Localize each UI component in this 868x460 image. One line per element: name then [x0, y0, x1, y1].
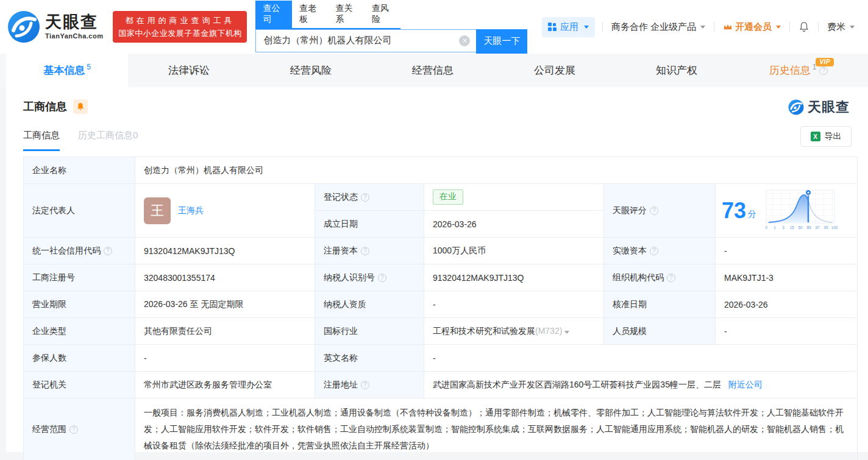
vip-badge: VIP: [816, 58, 834, 66]
logo-name: 天眼查: [45, 14, 103, 30]
svg-text:0: 0: [765, 225, 767, 230]
menu-divider: [714, 22, 714, 32]
apps-grid-icon: [548, 23, 557, 31]
help-icon[interactable]: [104, 247, 112, 255]
company-nav-tabs: 基本信息 5 法律诉讼 经营风险 经营信息 公司发展 知识产权 VIP 历史信息…: [0, 54, 868, 87]
chevron-down-icon: [850, 26, 855, 29]
section-title: 工商信息: [23, 99, 67, 114]
approval-date-label: 核准日期: [604, 291, 716, 318]
search-button[interactable]: 天眼一下: [476, 29, 527, 54]
industry-cell: 工程和技术研究和试验发展(M732): [424, 318, 604, 345]
tab-history-info[interactable]: VIP 历史信息 1: [738, 54, 859, 87]
svg-text:97: 97: [815, 225, 820, 230]
business-info-card: 工商信息 天眼查 工商信息 历史工商信息0 导出: [6, 87, 868, 452]
reg-address-value: 武进国家高新技术产业开发区西湖路160号工研荟科技产业园35幢一层、二层: [433, 380, 721, 389]
english-name-label: 英文名称: [315, 345, 424, 372]
help-icon[interactable]: [650, 247, 658, 255]
tianyancha-logo-icon: [788, 99, 804, 115]
legal-rep-label: 法定代表人: [24, 184, 135, 238]
org-code-label: 组织机构代码: [604, 264, 716, 291]
svg-text:1: 1: [774, 225, 776, 230]
chevron-down-icon: [584, 26, 589, 29]
search-tab-company[interactable]: 查公司: [255, 1, 292, 28]
table-row: 统一社会信用代码 91320412MAK9JTJ13Q 注册资本 1000万人民…: [24, 238, 858, 264]
chevron-down-icon: [700, 26, 705, 29]
subtab-current-info[interactable]: 工商信息: [23, 130, 60, 151]
reg-address-label: 注册地址: [315, 372, 424, 398]
tab-operating-info[interactable]: 经营信息: [372, 54, 494, 87]
status-badge: 在业: [433, 189, 463, 205]
tab-intellectual-property[interactable]: 知识产权: [616, 54, 738, 87]
open-vip-menu[interactable]: 开通会员: [723, 21, 781, 33]
legal-rep-cell: 王 王海兵: [135, 184, 315, 238]
business-term-label: 营业期限: [24, 291, 135, 318]
logo-domain: TianYanCha.com: [45, 32, 103, 40]
help-icon[interactable]: [361, 247, 369, 255]
username: 费米: [827, 21, 845, 33]
reg-authority-label: 登记机关: [24, 372, 135, 398]
table-row: 参保人数 - 英文名称 -: [24, 345, 858, 372]
bell-icon: [799, 21, 809, 32]
reg-capital-label: 注册资本: [315, 238, 424, 264]
table-row: 企业名称 创造力（常州）机器人有限公司: [24, 157, 858, 184]
business-cooperation-link[interactable]: 商务合作: [611, 21, 648, 33]
search-tabs: 查公司 查老板 查关系 查风险: [255, 1, 400, 29]
tab-company-development[interactable]: 公司发展: [494, 54, 616, 87]
insured-count-label: 参保人数: [24, 345, 135, 372]
search-tab-boss[interactable]: 查老板: [292, 1, 329, 28]
reg-address-cell: 武进国家高新技术产业开发区西湖路160号工研荟科技产业园35幢一层、二层 附近公…: [424, 372, 858, 398]
top-header: 天眼查 TianYanCha.com 都在用的商业查询工具 国家中小企业发展子基…: [0, 0, 868, 54]
tab-basic-info[interactable]: 基本信息 5: [6, 54, 128, 87]
svg-text:50: 50: [798, 225, 803, 230]
notifications-button[interactable]: [799, 21, 809, 32]
table-row: 营业期限 2026-03-26 至 无固定期限 纳税人资质 - 核准日期 202…: [24, 291, 858, 318]
apps-menu[interactable]: 应用: [542, 17, 595, 37]
avatar: 王: [144, 197, 171, 224]
user-account-menu[interactable]: 费米: [827, 21, 855, 33]
legal-rep-link[interactable]: 王海兵: [178, 205, 204, 216]
search-tab-relation[interactable]: 查关系: [328, 1, 365, 28]
tab-legal-proceedings[interactable]: 法律诉讼: [128, 54, 250, 87]
industry-label: 国标行业: [315, 318, 424, 345]
paid-capital-label: 实缴资本: [604, 238, 716, 264]
bell-icon: [76, 102, 85, 111]
subscribe-alert-button[interactable]: [73, 99, 88, 114]
tianyancha-logo[interactable]: 天眼查 TianYanCha.com: [7, 10, 103, 43]
tab-operating-risk[interactable]: 经营风险: [250, 54, 372, 87]
business-info-subtabs: 工商信息 历史工商信息0: [23, 130, 138, 151]
table-row: 企业类型 其他有限责任公司 国标行业 工程和技术研究和试验发展(M732) 人员…: [24, 318, 858, 345]
industry-code: (M732): [535, 326, 562, 336]
tianyancha-watermark: 天眼查: [788, 98, 850, 116]
menu-divider: [789, 22, 790, 32]
help-icon[interactable]: [819, 66, 828, 75]
reg-capital-value: 1000万人民币: [424, 238, 604, 264]
chevron-down-icon[interactable]: [564, 331, 569, 334]
enterprise-products-menu[interactable]: 企业级产品: [650, 21, 705, 33]
staff-size-label: 人员规模: [604, 318, 716, 345]
insured-count-value: -: [135, 345, 315, 372]
english-name-value: -: [424, 345, 858, 372]
help-icon[interactable]: [361, 193, 369, 202]
search-area: 查公司 查老板 查关系 查风险 天眼一下: [255, 1, 527, 54]
clear-search-icon[interactable]: [459, 35, 470, 46]
help-icon[interactable]: [378, 274, 386, 282]
help-icon[interactable]: [69, 425, 78, 434]
score-unit: 分: [748, 209, 756, 220]
tab-count: 1: [813, 63, 817, 71]
nearby-companies-link[interactable]: 附近公司: [728, 380, 763, 389]
menu-divider: [602, 22, 603, 32]
help-icon[interactable]: [667, 274, 675, 282]
subtab-history-info[interactable]: 历史工商信息0: [78, 130, 138, 151]
score-label: 天眼评分: [604, 184, 716, 238]
tab-count: 5: [87, 63, 91, 71]
crown-icon: [723, 23, 733, 31]
export-button[interactable]: 导出: [800, 126, 852, 147]
paid-capital-value: -: [716, 238, 858, 264]
search-tab-risk[interactable]: 查风险: [365, 1, 401, 28]
taxpayer-id-value: 91320412MAK9JTJ13Q: [424, 264, 604, 291]
org-code-value: MAK9JTJ1-3: [716, 264, 858, 291]
search-input[interactable]: [255, 29, 476, 52]
help-icon[interactable]: [361, 381, 369, 389]
company-type-value: 其他有限责任公司: [135, 318, 315, 345]
help-icon[interactable]: [650, 207, 658, 215]
